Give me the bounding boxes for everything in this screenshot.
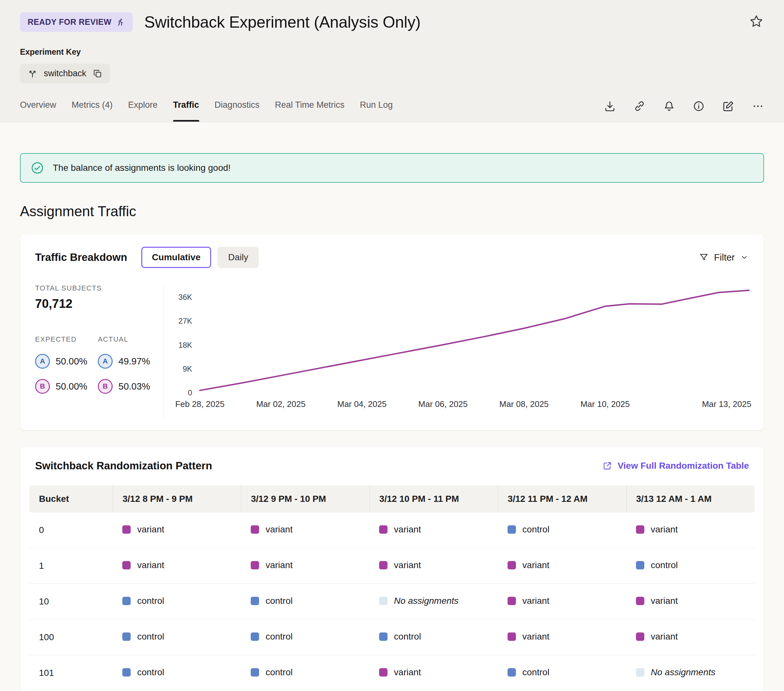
link-icon[interactable] <box>633 100 646 112</box>
tab-real-time-metrics[interactable]: Real Time Metrics <box>275 100 344 122</box>
fork-icon <box>28 69 37 79</box>
total-subjects-label: TOTAL SUBJECTS <box>35 284 149 293</box>
column-header-slot-5: 3/13 12 AM - 1 AM <box>626 485 755 512</box>
assignment-value: variant <box>507 632 549 642</box>
tab-run-log[interactable]: Run Log <box>360 100 393 122</box>
y-tick-label: 27K <box>178 316 192 326</box>
tab-traffic[interactable]: Traffic <box>173 100 199 122</box>
assignment-label: control <box>137 667 164 678</box>
randomization-table: Bucket 3/12 8 PM - 9 PM 3/12 9 PM - 10 P… <box>29 485 755 691</box>
variant-b-row: B 50.00% B 50.03% <box>35 379 149 394</box>
traffic-toggle-group: Cumulative Daily <box>141 247 259 268</box>
assignment-label: variant <box>651 596 678 606</box>
main-content: The balance of assignments is looking go… <box>0 153 784 691</box>
experiment-key-chip[interactable]: switchback <box>20 64 110 83</box>
edit-icon[interactable] <box>722 100 735 112</box>
assignment-cell: control <box>626 548 755 584</box>
variant-swatch <box>507 561 516 569</box>
favorite-star-icon[interactable] <box>749 14 764 30</box>
assignment-label: variant <box>522 596 549 606</box>
table-row: 100controlcontrolcontrolvariantvariant <box>29 620 755 655</box>
no-assignments-swatch <box>636 668 644 676</box>
ellipsis-icon[interactable] <box>752 100 764 112</box>
daily-toggle-button[interactable]: Daily <box>217 247 259 268</box>
assignment-label: No assignments <box>651 667 715 678</box>
no-assignments-swatch <box>379 597 387 605</box>
variant-b-actual-value: 50.03% <box>119 381 150 392</box>
bucket-cell: 1 <box>29 548 113 584</box>
assignment-value: variant <box>251 524 293 535</box>
assignment-value: No assignments <box>379 596 459 606</box>
tab-overview[interactable]: Overview <box>20 100 56 122</box>
control-swatch <box>122 632 131 641</box>
assignment-cell: control <box>369 620 498 655</box>
assignment-cell: variant <box>369 512 498 548</box>
filter-control[interactable]: Filter <box>699 252 749 263</box>
variant-a-expected: A 50.00% <box>35 354 98 369</box>
header-toolbar <box>604 100 764 122</box>
tab-diagnostics[interactable]: Diagnostics <box>215 100 260 122</box>
download-icon[interactable] <box>604 100 616 112</box>
control-swatch <box>251 668 259 676</box>
assignment-value: control <box>379 632 421 642</box>
variant-a-badge: A <box>98 354 113 369</box>
chart-y-axis: 09K18K27K36K <box>171 286 200 393</box>
assignment-label: control <box>137 596 164 606</box>
assignment-value: control <box>636 560 678 570</box>
chevron-down-icon <box>740 253 749 262</box>
actual-label: ACTUAL <box>98 335 149 344</box>
chart-x-axis: Feb 28, 2025Mar 02, 2025Mar 04, 2025Mar … <box>200 399 749 418</box>
assignment-label: control <box>265 596 293 606</box>
assignment-value: control <box>122 667 164 678</box>
assignment-value: variant <box>507 560 549 570</box>
assignment-label: variant <box>522 560 549 570</box>
assignment-cell: control <box>498 655 626 691</box>
tabs-row: Overview Metrics (4) Explore Traffic Dia… <box>20 100 764 122</box>
y-tick-label: 18K <box>178 341 192 350</box>
assignment-value: control <box>251 596 293 606</box>
traffic-line-series <box>200 291 749 390</box>
cumulative-toggle-button[interactable]: Cumulative <box>141 247 211 268</box>
control-swatch <box>122 668 131 676</box>
x-tick-label: Mar 04, 2025 <box>337 399 387 409</box>
assignment-cell: variant <box>498 584 626 620</box>
x-tick-label: Mar 02, 2025 <box>256 399 305 409</box>
randomization-tbody: 0variantvariantvariantcontrolvariant1var… <box>29 512 755 691</box>
assignment-label: variant <box>394 524 421 535</box>
traffic-stats: TOTAL SUBJECTS 70,712 EXPECTED ACTUAL A … <box>35 284 164 418</box>
tab-metrics[interactable]: Metrics (4) <box>72 100 113 122</box>
assignment-cell: control <box>113 620 241 655</box>
randomization-card: Switchback Randomization Pattern View Fu… <box>20 446 764 691</box>
variant-a-expected-value: 50.00% <box>56 356 87 367</box>
assignment-value: control <box>507 524 549 535</box>
x-tick-label: Mar 06, 2025 <box>418 399 468 409</box>
assignment-cell: variant <box>498 548 626 584</box>
randomization-card-title: Switchback Randomization Pattern <box>35 460 212 472</box>
status-badge: READY FOR REVIEW <box>20 12 133 32</box>
page-title: Switchback Experiment (Analysis Only) <box>144 13 421 31</box>
assignment-cell: variant <box>626 584 755 620</box>
assignment-value: variant <box>636 632 678 642</box>
assignment-value: variant <box>122 524 164 535</box>
assignment-cell: variant <box>498 620 626 655</box>
column-header-slot-4: 3/12 11 PM - 12 AM <box>498 485 626 512</box>
randomization-table-head: Bucket 3/12 8 PM - 9 PM 3/12 9 PM - 10 P… <box>29 485 755 512</box>
assignment-value: No assignments <box>636 667 715 678</box>
info-icon[interactable] <box>693 100 705 112</box>
total-subjects-value: 70,712 <box>35 297 149 311</box>
control-swatch <box>636 561 644 569</box>
assignment-label: variant <box>394 667 421 678</box>
assignment-value: variant <box>379 560 421 570</box>
assignment-cell: variant <box>369 548 498 584</box>
bell-icon[interactable] <box>663 100 675 112</box>
assignment-value: variant <box>507 596 549 606</box>
variant-b-badge: B <box>35 379 50 394</box>
copy-icon[interactable] <box>93 69 102 79</box>
bucket-cell: 0 <box>29 512 113 548</box>
view-full-randomization-table-link[interactable]: View Full Randomization Table <box>602 461 749 471</box>
assignment-label: variant <box>651 632 678 642</box>
tab-explore[interactable]: Explore <box>128 100 158 122</box>
column-header-slot-3: 3/12 10 PM - 11 PM <box>369 485 498 512</box>
traffic-card-body: TOTAL SUBJECTS 70,712 EXPECTED ACTUAL A … <box>35 284 749 418</box>
variant-a-badge: A <box>35 354 50 369</box>
